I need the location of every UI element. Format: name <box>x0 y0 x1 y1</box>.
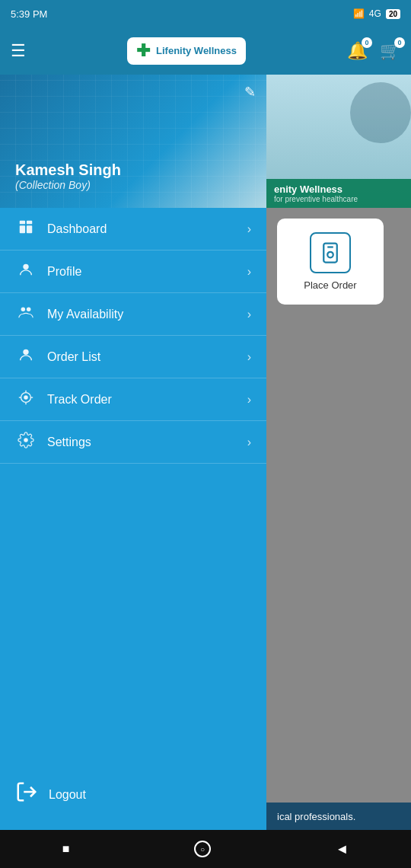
nav-icons: 🔔 0 🛒 0 <box>347 41 400 61</box>
svg-point-8 <box>24 395 28 400</box>
track-order-label: Track Order <box>47 393 237 407</box>
profile-label: Profile <box>47 265 237 279</box>
sidebar-item-dashboard[interactable]: Dashboard › <box>0 208 266 251</box>
settings-arrow: › <box>247 436 251 449</box>
sidebar-profile-header: ✎ Kamesh Singh (Collection Boy) <box>0 75 266 208</box>
android-recents-button[interactable]: ◄ <box>335 841 349 857</box>
sidebar-item-track-order[interactable]: Track Order › <box>0 378 266 421</box>
android-back-button[interactable]: ■ <box>62 842 70 856</box>
logo-area: ✚ Lifenity Wellness <box>127 37 246 65</box>
profile-name: Kamesh Singh <box>15 161 121 179</box>
order-list-arrow: › <box>247 350 251 364</box>
dashboard-arrow: › <box>247 222 251 236</box>
edit-profile-button[interactable]: ✎ <box>244 84 256 101</box>
svg-point-5 <box>21 308 25 312</box>
logout-icon <box>15 780 38 809</box>
ticker-text: ical professionals. <box>277 811 355 822</box>
profile-arrow: › <box>247 265 251 279</box>
profile-info: Kamesh Singh (Collection Boy) <box>15 161 121 191</box>
track-order-icon <box>15 389 37 410</box>
dashboard-label: Dashboard <box>47 222 237 236</box>
svg-rect-0 <box>20 221 25 225</box>
svg-rect-1 <box>27 221 32 225</box>
right-panel: enity Wellness for preventive healthcare… <box>266 75 411 830</box>
battery-icon: 20 <box>386 9 400 19</box>
network-type: 4G <box>369 8 381 19</box>
sidebar-item-order-list[interactable]: Order List › <box>0 336 266 378</box>
logo-cross-icon: ✚ <box>136 41 150 61</box>
sidebar-drawer: ✎ Kamesh Singh (Collection Boy) Dashboar… <box>0 75 266 830</box>
wellness-name: enity Wellness <box>274 183 403 195</box>
status-time: 5:39 PM <box>11 8 47 20</box>
profile-icon <box>15 261 37 282</box>
profile-role: (Collection Boy) <box>15 179 121 191</box>
svg-rect-3 <box>27 225 32 233</box>
cart-button[interactable]: 🛒 0 <box>380 41 400 61</box>
sidebar-item-my-availability[interactable]: My Availability › <box>0 293 266 336</box>
svg-rect-15 <box>323 244 337 263</box>
svg-point-4 <box>23 264 28 270</box>
bottom-ticker: ical professionals. <box>266 803 411 830</box>
status-right: 📶 4G 20 <box>353 8 400 19</box>
sidebar-item-settings[interactable]: Settings › <box>0 421 266 464</box>
dashboard-icon <box>15 219 37 239</box>
sidebar-item-profile[interactable]: Profile › <box>0 251 266 293</box>
svg-point-7 <box>23 349 28 355</box>
place-order-icon <box>310 232 351 273</box>
availability-label: My Availability <box>47 308 237 321</box>
svg-point-6 <box>27 308 30 312</box>
android-nav-bar: ■ ○ ◄ <box>0 830 411 868</box>
logout-label: Logout <box>49 788 86 802</box>
place-order-card[interactable]: Place Order <box>277 219 384 305</box>
main-layout: ✎ Kamesh Singh (Collection Boy) Dashboar… <box>0 75 411 830</box>
menu-items-list: Dashboard › Profile › My Availability › <box>0 208 266 765</box>
track-order-arrow: › <box>247 393 251 407</box>
wellness-brand-overlay: enity Wellness for preventive healthcare <box>266 179 411 208</box>
signal-icon: 📶 <box>353 8 365 19</box>
right-panel-content: Place Order <box>266 208 411 315</box>
android-home-button[interactable]: ○ <box>194 841 211 857</box>
settings-icon <box>15 432 37 452</box>
availability-icon <box>15 304 37 324</box>
hamburger-button[interactable]: ☰ <box>11 41 26 61</box>
svg-rect-2 <box>20 225 25 233</box>
wellness-tagline: for preventive healthcare <box>274 195 403 203</box>
cart-badge: 0 <box>394 37 405 48</box>
right-panel-top: enity Wellness for preventive healthcare <box>266 75 411 208</box>
order-list-icon <box>15 346 37 367</box>
svg-point-16 <box>327 252 333 258</box>
settings-label: Settings <box>47 436 237 449</box>
availability-arrow: › <box>247 308 251 321</box>
logo-text: Lifenity Wellness <box>156 45 237 57</box>
logout-button[interactable]: Logout <box>0 765 266 830</box>
order-list-label: Order List <box>47 350 237 364</box>
place-order-label: Place Order <box>304 279 356 291</box>
status-bar: 5:39 PM 📶 4G 20 <box>0 0 411 27</box>
top-nav-bar: ☰ ✚ Lifenity Wellness 🔔 0 🛒 0 <box>0 27 411 75</box>
notification-badge: 0 <box>362 37 372 48</box>
notification-button[interactable]: 🔔 0 <box>347 41 368 61</box>
